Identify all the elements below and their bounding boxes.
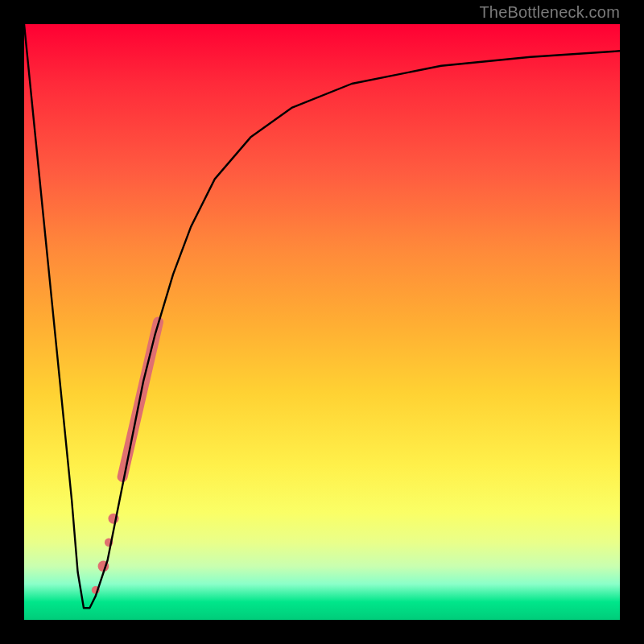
plot-area [24,24,620,620]
watermark-text: TheBottleneck.com [479,3,620,22]
bottleneck-chart: TheBottleneck.com [0,0,644,644]
curve-svg [24,24,620,620]
